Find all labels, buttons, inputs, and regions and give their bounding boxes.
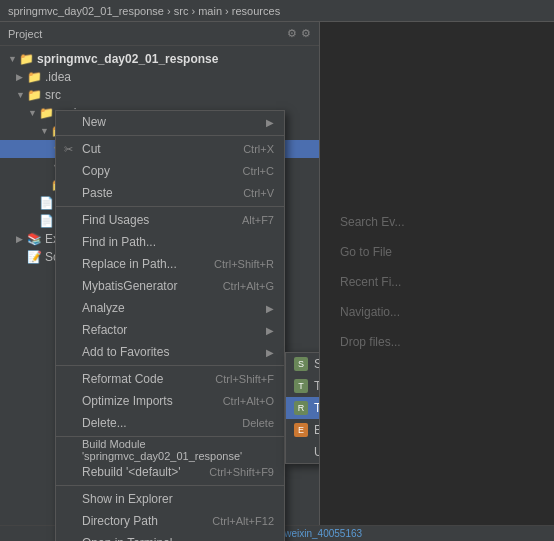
tree-item-root[interactable]: ▼ 📁 springmvc_day02_01_response	[0, 50, 319, 68]
test-resources-icon: R	[294, 401, 308, 415]
tree-arrow: ▶	[40, 180, 50, 190]
ctx-paste[interactable]: Paste Ctrl+V	[56, 182, 284, 204]
submenu-test-sources-root[interactable]: T Test Sources Root	[286, 375, 320, 397]
submenu-sources-root[interactable]: S Sources Root	[286, 353, 320, 375]
tree-arrow: ▼	[28, 108, 38, 118]
hint-search: Search Ev...	[340, 215, 534, 229]
ctx-sep	[56, 365, 284, 366]
xml-icon: 📄	[38, 196, 54, 210]
gear-icon[interactable]: ⚙	[287, 27, 297, 40]
tree-label: springmvc_day02_01_response	[37, 52, 218, 66]
ctx-new[interactable]: New ▶	[56, 111, 284, 133]
ctx-reformat[interactable]: Reformat Code Ctrl+Shift+F	[56, 368, 284, 390]
ctx-open-terminal[interactable]: Open in Terminal	[56, 532, 284, 541]
sources-root-icon: S	[294, 357, 308, 371]
scratch-icon: 📝	[26, 250, 42, 264]
folder-icon: 📁	[38, 106, 54, 120]
ctx-copy[interactable]: Copy Ctrl+C	[56, 160, 284, 182]
ctx-sep	[56, 436, 284, 437]
sidebar-title: Project	[8, 28, 42, 40]
submenu-unmark[interactable]: Unmark as Resources Root	[286, 441, 320, 463]
tree-item-src[interactable]: ▼ 📁 src	[0, 86, 319, 104]
ctx-find-path[interactable]: Find in Path...	[56, 231, 284, 253]
tree-arrow: ▶	[16, 252, 26, 262]
folder-icon: 📁	[26, 70, 42, 84]
folder-icon: 📁	[26, 88, 42, 102]
sidebar-header: Project ⚙ ⚙	[0, 22, 319, 46]
ctx-sep	[56, 206, 284, 207]
submenu-excluded[interactable]: E Excluded	[286, 419, 320, 441]
hint-drop-files: Drop files...	[340, 335, 534, 349]
library-icon: 📚	[26, 232, 42, 246]
breadcrumb: springmvc_day02_01_response › src › main…	[8, 5, 280, 17]
ctx-directory-path[interactable]: Directory Path Ctrl+Alt+F12	[56, 510, 284, 532]
project-sidebar: Project ⚙ ⚙ ▼ 📁 springmvc_day02_01_respo…	[0, 22, 320, 541]
tree-arrow: ▼	[16, 90, 26, 100]
submenu-test-resources-root[interactable]: R Test Resources Root	[286, 397, 320, 419]
tree-arrow: ▶	[16, 234, 26, 244]
tree-arrow: ▶	[28, 198, 38, 208]
hint-navigation: Navigatio...	[340, 305, 534, 319]
tree-item-idea[interactable]: ▶ 📁 .idea	[0, 68, 319, 86]
ctx-optimize-imports[interactable]: Optimize Imports Ctrl+Alt+O	[56, 390, 284, 412]
hint-recent-files: Recent Fi...	[340, 275, 534, 289]
right-panel: Search Ev... Go to File Recent Fi... Nav…	[320, 22, 554, 541]
ctx-cut[interactable]: ✂ Cut Ctrl+X	[56, 138, 284, 160]
ctx-analyze[interactable]: Analyze ▶	[56, 297, 284, 319]
tree-arrow: ▶	[16, 72, 26, 82]
misc-icon: 📄	[38, 214, 54, 228]
tree-arrow: ▼	[40, 126, 50, 136]
mark-directory-submenu: S Sources Root T Test Sources Root R Tes…	[285, 352, 320, 464]
ctx-build-module[interactable]: Build Module 'springmvc_day02_01_respons…	[56, 439, 284, 461]
ctx-replace-path[interactable]: Replace in Path... Ctrl+Shift+R	[56, 253, 284, 275]
tree-label: src	[45, 88, 61, 102]
settings-icon[interactable]: ⚙	[301, 27, 311, 40]
unmark-icon	[294, 445, 308, 459]
ctx-sep	[56, 485, 284, 486]
tree-arrow: ▼	[8, 54, 18, 64]
folder-icon: 📁	[18, 52, 34, 66]
ctx-refactor[interactable]: Refactor ▶	[56, 319, 284, 341]
ctx-sep	[56, 135, 284, 136]
hint-goto-file: Go to File	[340, 245, 534, 259]
ctx-rebuild[interactable]: Rebuild '<default>' Ctrl+Shift+F9	[56, 461, 284, 483]
tree-arrow: ▶	[28, 216, 38, 226]
test-sources-icon: T	[294, 379, 308, 393]
ctx-add-favorites[interactable]: Add to Favorites ▶	[56, 341, 284, 363]
ctx-delete[interactable]: Delete... Delete	[56, 412, 284, 434]
sidebar-header-icons: ⚙ ⚙	[287, 27, 311, 40]
ctx-find-usages[interactable]: Find Usages Alt+F7	[56, 209, 284, 231]
ctx-mybatis[interactable]: MybatisGenerator Ctrl+Alt+G	[56, 275, 284, 297]
ctx-show-explorer[interactable]: Show in Explorer	[56, 488, 284, 510]
tree-label: .idea	[45, 70, 71, 84]
excluded-icon: E	[294, 423, 308, 437]
top-bar: springmvc_day02_01_response › src › main…	[0, 0, 554, 22]
context-menu: New ▶ ✂ Cut Ctrl+X Copy Ctrl+C Paste Ctr…	[55, 110, 285, 541]
